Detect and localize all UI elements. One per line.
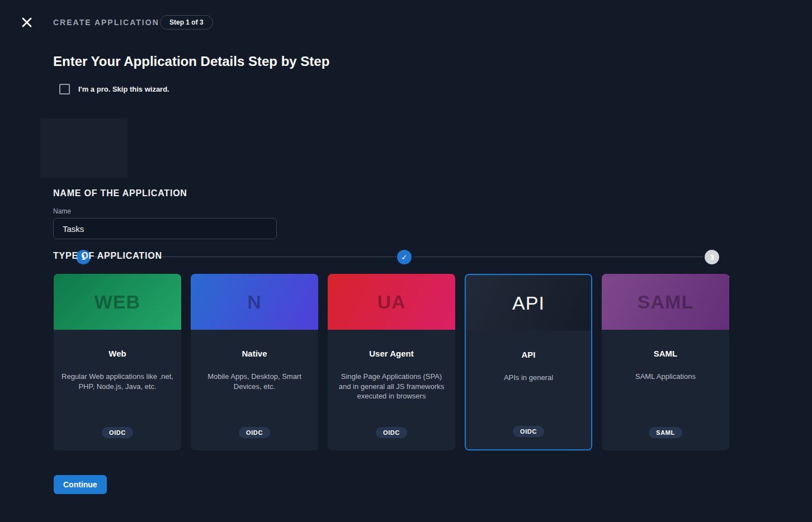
card-saml-protocol-badge: SAML	[649, 427, 682, 438]
card-saml-abbr: SAML	[638, 291, 693, 313]
close-button[interactable]	[19, 15, 35, 30]
card-web-description: Regular Web applications like .net, PHP,…	[54, 372, 181, 391]
card-api-title: API	[521, 350, 535, 359]
page-title: Enter Your Application Details Step by S…	[53, 54, 329, 69]
step-progress-badge: Step 1 of 3	[160, 15, 213, 30]
active-step-highlight	[40, 118, 128, 178]
skip-wizard-label: I'm a pro. Skip this wizard.	[78, 85, 169, 93]
card-native-title: Native	[242, 349, 267, 358]
card-web-header: WEB	[54, 274, 181, 330]
card-native-body: Native Mobile Apps, Desktop, Smart Devic…	[191, 330, 318, 450]
card-native-description: Mobile Apps, Desktop, Smart Devices, etc…	[191, 372, 318, 391]
card-saml[interactable]: SAML SAML SAML Applications SAML	[602, 274, 729, 450]
card-user-agent-body: User Agent Single Page Applications (SPA…	[328, 330, 455, 450]
card-web-abbr: WEB	[95, 291, 140, 313]
card-user-agent-title: User Agent	[369, 349, 413, 358]
wizard-stepper: 1 ✓ 3 Name and Type Authentication Metho…	[0, 118, 812, 178]
card-web[interactable]: WEB Web Regular Web applications like .n…	[54, 274, 181, 450]
application-name-input[interactable]	[53, 218, 277, 239]
card-native-header: N	[191, 274, 318, 330]
close-icon	[21, 17, 32, 28]
card-native-abbr: N	[247, 291, 262, 313]
card-web-protocol-badge: OIDC	[102, 427, 133, 438]
card-api-abbr: API	[512, 292, 545, 314]
step-2-indicator-check-icon[interactable]: ✓	[397, 250, 412, 264]
card-api-selected[interactable]: API API APIs in general OIDC	[465, 274, 592, 450]
card-api-header: API	[466, 275, 591, 331]
card-api-description: APIs in general	[496, 373, 561, 383]
name-section-title: NAME OF THE APPLICATION	[53, 188, 187, 198]
card-user-agent-protocol-badge: OIDC	[376, 427, 407, 438]
card-user-agent-abbr: UA	[377, 291, 405, 313]
card-user-agent-header: UA	[328, 274, 455, 330]
modal-title: CREATE APPLICATION	[53, 18, 159, 27]
name-field-label: Name	[53, 207, 71, 215]
card-saml-body: SAML SAML Applications SAML	[602, 330, 729, 450]
create-application-wizard: CREATE APPLICATION Step 1 of 3 Enter You…	[0, 0, 812, 522]
card-user-agent-description: Single Page Applications (SPA) and in ge…	[328, 372, 455, 401]
card-user-agent[interactable]: UA User Agent Single Page Applications (…	[328, 274, 455, 450]
card-saml-description: SAML Applications	[627, 372, 704, 382]
continue-button[interactable]: Continue	[54, 475, 107, 494]
card-api-body: API APIs in general OIDC	[466, 331, 591, 449]
step-connector-2	[413, 257, 704, 257]
application-type-cards: WEB Web Regular Web applications like .n…	[54, 274, 729, 450]
step-3-indicator[interactable]: 3	[705, 250, 719, 264]
card-api-protocol-badge: OIDC	[513, 426, 544, 437]
card-native[interactable]: N Native Mobile Apps, Desktop, Smart Dev…	[191, 274, 318, 450]
card-saml-title: SAML	[654, 349, 678, 358]
type-section-title: TYPE OF APPLICATION	[53, 251, 162, 261]
card-web-title: Web	[108, 349, 126, 358]
card-saml-header: SAML	[602, 274, 729, 330]
card-native-protocol-badge: OIDC	[239, 427, 270, 438]
skip-wizard-checkbox[interactable]	[59, 84, 70, 94]
card-web-body: Web Regular Web applications like .net, …	[54, 330, 181, 450]
skip-wizard-row[interactable]: I'm a pro. Skip this wizard.	[59, 84, 169, 94]
